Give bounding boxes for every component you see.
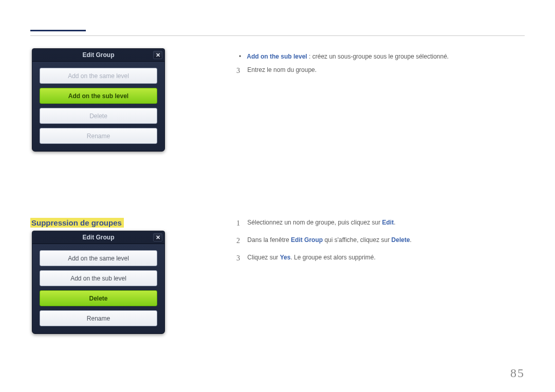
txt: . Le groupe est alors supprimé.: [290, 254, 375, 261]
step-number: 3: [236, 253, 246, 264]
bullet-label: Add on the sub level: [247, 53, 307, 60]
option-rename[interactable]: Rename: [40, 310, 157, 326]
dialog-title: Edit Group ✕: [32, 49, 164, 62]
step-3: 3 Cliquez sur Yes. Le groupe est alors s…: [236, 253, 524, 264]
option-add-same-level[interactable]: Add on the same level: [40, 250, 157, 266]
txt: Cliquez sur: [247, 254, 280, 261]
txt: Dans la fenêtre: [247, 236, 291, 244]
step-2: 2 Dans la fenêtre Edit Group qui s'affic…: [236, 236, 524, 246]
txt: qui s'affiche, cliquez sur: [323, 236, 391, 244]
option-add-sub-level[interactable]: Add on the sub level: [40, 270, 157, 286]
delete-ref: Delete: [392, 236, 410, 244]
step-number: 1: [236, 218, 246, 229]
step-number: 2: [236, 236, 246, 246]
step-text: Dans la fenêtre Edit Group qui s'affiche…: [247, 236, 412, 245]
dialog-title: Edit Group ✕: [32, 231, 164, 244]
step-text: Entrez le nom du groupe.: [247, 66, 317, 74]
edit-link: Edit: [382, 219, 394, 226]
close-icon[interactable]: ✕: [153, 233, 162, 241]
dialog-body: Add on the same level Add on the sub lev…: [32, 244, 164, 333]
edit-group-dialog-2: Edit Group ✕ Add on the same level Add o…: [32, 231, 165, 334]
step-text: Sélectionnez un nom de groupe, puis cliq…: [247, 218, 395, 227]
step-number: 3: [236, 66, 246, 76]
bullet-text: : créez un sous-groupe sous le groupe sé…: [307, 53, 449, 60]
step-text: Cliquez sur Yes. Le groupe est alors sup…: [247, 253, 375, 262]
dialog-body: Add on the same level Add on the sub lev…: [32, 62, 164, 151]
txt: .: [410, 236, 412, 244]
yes-ref: Yes: [280, 254, 291, 261]
option-add-same-level[interactable]: Add on the same level: [40, 68, 157, 84]
step-1: 1 Sélectionnez un nom de groupe, puis cl…: [236, 218, 524, 229]
header-accent: [30, 30, 86, 31]
dialog-title-text: Edit Group: [83, 234, 115, 241]
bullet-add-sub-level: • Add on the sub level : créez un sous-g…: [239, 52, 527, 61]
header-rule: [30, 35, 525, 36]
close-icon[interactable]: ✕: [153, 51, 162, 59]
option-rename[interactable]: Rename: [40, 128, 157, 144]
edit-group-dialog-1: Edit Group ✕ Add on the same level Add o…: [32, 48, 165, 152]
edit-group-ref: Edit Group: [291, 236, 323, 244]
step-3-enter-name: 3 Entrez le nom du groupe.: [236, 66, 524, 76]
option-delete[interactable]: Delete: [40, 290, 157, 306]
txt: Sélectionnez un nom de groupe, puis cliq…: [247, 219, 382, 226]
bullet-dot: •: [239, 52, 245, 61]
dialog-title-text: Edit Group: [83, 51, 115, 59]
section-heading-suppression: Suppression de groupes: [30, 218, 124, 228]
option-add-sub-level[interactable]: Add on the sub level: [40, 88, 157, 104]
option-delete[interactable]: Delete: [40, 108, 157, 124]
txt: .: [394, 219, 395, 226]
page-number: 85: [510, 366, 525, 380]
